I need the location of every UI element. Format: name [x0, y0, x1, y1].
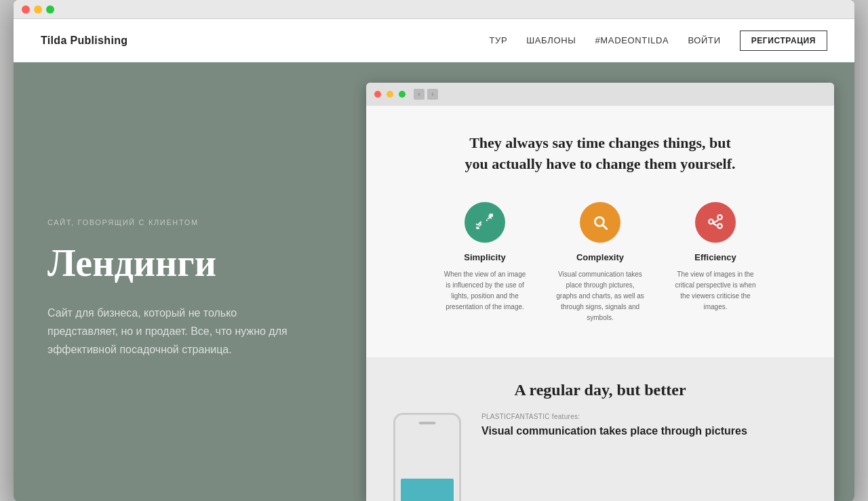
browser-back: ‹ — [414, 89, 425, 100]
main-content: САЙТ, ГОВОРЯЩИЙ С КЛИЕНТОМ Лендинги Сайт… — [14, 62, 854, 501]
left-subtitle: САЙТ, ГОВОРЯЩИЙ С КЛИЕНТОМ — [47, 218, 326, 226]
complexity-icon-circle — [580, 202, 620, 243]
browser-forward: › — [427, 89, 438, 100]
close-button[interactable] — [22, 5, 30, 14]
browser-mockup: ‹ › They always say time changes things,… — [366, 83, 834, 501]
complexity-desc: Visual communication takes place through… — [556, 269, 644, 323]
simplicity-title: Simplicity — [441, 252, 529, 262]
fullscreen-button[interactable] — [46, 5, 54, 14]
feature-simplicity: Simplicity When the view of an image is … — [441, 202, 529, 323]
section2-title: A regular day, but better — [514, 381, 686, 399]
shuffle-icon — [476, 214, 494, 231]
feature-efficiency: Efficiency The view of images in the cri… — [671, 202, 760, 323]
left-panel: САЙТ, ГОВОРЯЩИЙ С КЛИЕНТОМ Лендинги Сайт… — [14, 62, 353, 501]
search-icon — [591, 214, 609, 231]
site-section-1: They always say time changes things, but… — [366, 106, 834, 357]
site-quote: They always say time changes things, but… — [465, 133, 736, 175]
section2-text: PLASTICFANTASTIC features: Visual commun… — [481, 413, 807, 439]
browser-close — [374, 91, 381, 98]
navbar: Tilda Publishing ТУР ШАБЛОНЫ #MADEONTILD… — [14, 19, 854, 62]
section2-headline: Visual communication takes place through… — [481, 424, 807, 439]
efficiency-desc: The view of images in the critical persp… — [671, 269, 760, 313]
phone-speaker — [419, 422, 436, 424]
section2-tag: PLASTICFANTASTIC features: — [481, 413, 807, 420]
phone-screen — [401, 479, 454, 501]
features-row: Simplicity When the view of an image is … — [393, 202, 807, 323]
simplicity-icon-circle — [465, 202, 505, 243]
nav-templates[interactable]: ШАБЛОНЫ — [526, 35, 576, 45]
left-description: Сайт для бизнеса, который не только пред… — [47, 304, 305, 359]
browser-chrome: ‹ › — [366, 83, 834, 106]
window-frame: Tilda Publishing ТУР ШАБЛОНЫ #MADEONTILD… — [14, 0, 854, 501]
browser-minimize — [387, 91, 393, 98]
browser-fullscreen — [399, 91, 406, 98]
nav-tour[interactable]: ТУР — [489, 35, 507, 45]
section2-bottom: PLASTICFANTASTIC features: Visual commun… — [393, 413, 807, 501]
simplicity-desc: When the view of an image is influenced … — [441, 269, 529, 313]
efficiency-title: Efficiency — [671, 252, 760, 262]
browser-content: They always say time changes things, but… — [366, 106, 834, 501]
traffic-lights — [22, 5, 54, 14]
left-title: Лендинги — [47, 243, 326, 285]
nav-login[interactable]: ВОЙТИ — [688, 35, 720, 45]
complexity-title: Complexity — [556, 252, 644, 262]
right-panel: ‹ › They always say time changes things,… — [353, 62, 854, 501]
minimize-button[interactable] — [34, 5, 42, 14]
title-bar — [14, 0, 854, 19]
feature-complexity: Complexity Visual communication takes pl… — [556, 202, 644, 323]
nav-made[interactable]: #MADEONTILDA — [595, 35, 669, 45]
efficiency-icon-circle — [695, 202, 736, 243]
nav-logo[interactable]: Tilda Publishing — [41, 35, 127, 47]
phone-mockup — [393, 413, 461, 501]
site-section-2: A regular day, but better PLASTICFANTAST… — [366, 357, 834, 501]
share-icon — [707, 214, 724, 231]
nav-register-button[interactable]: РЕГИСТРАЦИЯ — [740, 31, 827, 51]
nav-links: ТУР ШАБЛОНЫ #MADEONTILDA ВОЙТИ РЕГИСТРАЦ… — [489, 31, 827, 51]
browser-nav-buttons: ‹ › — [414, 89, 438, 100]
